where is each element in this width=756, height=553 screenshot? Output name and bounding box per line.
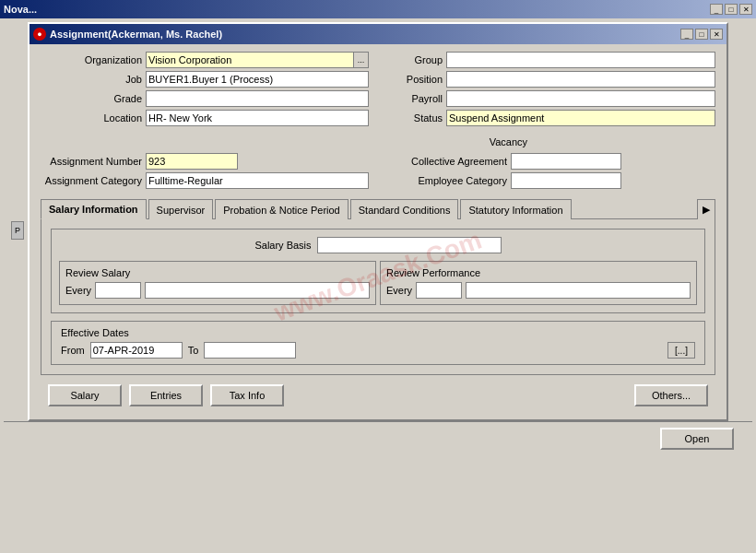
review-salary-label: Review Salary [65,267,370,278]
payroll-input[interactable] [446,90,715,107]
group-input[interactable] [446,52,715,68]
dialog-close-btn[interactable]: ✕ [710,29,723,40]
review-salary-input2[interactable] [145,282,370,299]
dialog-max-btn[interactable]: □ [695,29,708,40]
collective-agreement-input[interactable] [511,153,621,170]
main-form-grid: Organization ... Job Grade [41,52,715,129]
tab-supervisor[interactable]: Supervisor [148,199,214,219]
side-marker: P [11,221,24,240]
status-row: Status [387,110,715,126]
tabs-arrow[interactable]: ▶ [697,199,715,219]
tab-probation-notice[interactable]: Probation & Notice Period [215,199,348,219]
tab-statutory-information[interactable]: Statutory Information [460,199,571,219]
outer-titlebar: Nova... _ □ ✕ [0,0,756,18]
bottom-bar: Open [4,421,752,455]
payroll-row: Payroll [387,90,715,107]
outer-titlebar-buttons: _ □ ✕ [710,4,752,15]
effective-dates-row: From To [...] [61,342,695,359]
left-col: Organization ... Job Grade [41,52,369,129]
effective-dates-title: Effective Dates [61,327,695,338]
grade-row: Grade [41,90,369,107]
location-row: Location [41,110,369,126]
location-input[interactable] [146,110,369,126]
dialog-min-btn[interactable]: _ [680,29,693,40]
from-label: From [61,345,85,356]
assign-grid: Assignment Number Assignment Category Co… [41,153,715,192]
salary-basis-input[interactable] [317,237,502,253]
assignment-number-input[interactable] [146,153,238,170]
tax-info-button[interactable]: Tax Info [210,384,284,406]
review-salary-input1[interactable] [95,282,141,299]
outer-window: Nova... _ □ ✕ P www.Oraask.Com ● Assignm… [0,0,756,553]
tabs-container: Salary Information Supervisor Probation … [41,199,715,375]
to-date-input[interactable] [204,342,296,359]
dialog-titlebar: ● Assignment(Ackerman, Ms. Rachel) _ □ ✕ [30,24,726,44]
review-salary-group: Review Salary Every [59,261,376,305]
organization-label: Organization [41,54,142,65]
organization-row: Organization ... [41,52,369,68]
dialog-titlebar-buttons: _ □ ✕ [680,29,723,40]
organization-btn[interactable]: ... [354,52,369,68]
salary-basis-label: Salary Basis [254,240,311,251]
minimize-btn[interactable]: _ [710,4,723,15]
salary-button[interactable]: Salary [48,384,122,406]
employee-category-input[interactable] [511,172,621,189]
review-performance-group: Review Performance Every [380,261,697,305]
review-salary-every-label: Every [65,285,91,296]
review-performance-every-label: Every [386,285,412,296]
assignment-category-label: Assignment Category [41,175,142,186]
tab-panel: Salary Basis Review Salary Every [41,218,715,375]
position-row: Position [387,71,715,88]
assignment-category-input[interactable] [146,172,369,189]
close-btn[interactable]: ✕ [739,4,752,15]
open-button[interactable]: Open [660,428,734,450]
employee-category-label: Employee Category [387,175,507,186]
review-performance-every-row: Every [386,282,691,299]
status-input[interactable] [446,110,715,126]
status-label: Status [387,112,443,124]
location-label: Location [41,112,142,124]
to-label: To [188,345,199,356]
right-col: Group Position Payroll Status [387,52,715,129]
bottom-buttons: Salary Entries Tax Info Others... [41,379,715,412]
position-label: Position [387,74,443,85]
review-performance-input2[interactable] [466,282,691,299]
others-button[interactable]: Others... [634,384,708,406]
salary-basis-row: Salary Basis [59,237,697,253]
dialog-content: Organization ... Job Grade [30,44,726,419]
review-grid: Review Salary Every Review Performance [59,261,697,305]
review-performance-input1[interactable] [416,282,462,299]
employee-category-row: Employee Category [387,172,715,189]
collective-agreement-label: Collective Agreement [387,156,507,167]
grade-input[interactable] [146,90,369,107]
tab-standard-conditions[interactable]: Standard Conditions [350,199,459,219]
tabs-row: Salary Information Supervisor Probation … [41,199,715,219]
bracket-button[interactable]: [...] [667,342,695,359]
payroll-label: Payroll [387,93,443,104]
collective-agreement-row: Collective Agreement [387,153,715,170]
vacancy-label: Vacancy [463,136,527,147]
dialog-icon: ● [33,28,46,41]
job-input[interactable] [146,71,369,88]
outer-body: P www.Oraask.Com ● Assignment(Ackerman, … [0,18,756,553]
vacancy-row: Vacancy [41,136,715,147]
assign-number-col: Assignment Number Assignment Category [41,153,369,192]
job-label: Job [41,74,142,85]
position-input[interactable] [446,71,715,88]
assign-right-col: Collective Agreement Employee Category [387,153,715,192]
group-row: Group [387,52,715,68]
tab-panel-inner: Salary Basis Review Salary Every [51,229,705,313]
effective-dates-panel: Effective Dates From To [...] [51,321,705,365]
review-performance-label: Review Performance [386,267,691,278]
job-row: Job [41,71,369,88]
dialog: ● Assignment(Ackerman, Ms. Rachel) _ □ ✕… [28,22,728,421]
from-date-input[interactable] [90,342,183,359]
maximize-btn[interactable]: □ [725,4,738,15]
organization-input-wrapper: ... [146,52,369,68]
grade-label: Grade [41,93,142,104]
entries-button[interactable]: Entries [129,384,203,406]
assignment-category-row: Assignment Category [41,172,369,189]
organization-input[interactable] [146,52,354,68]
tab-salary-information[interactable]: Salary Information [41,199,147,219]
assignment-number-row: Assignment Number [41,153,369,170]
